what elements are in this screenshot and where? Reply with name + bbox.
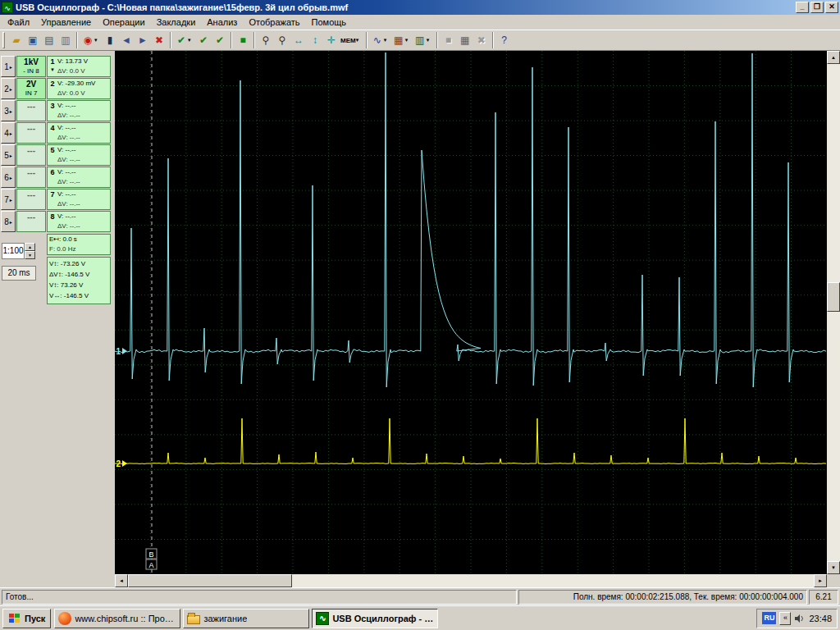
apply-button[interactable]: ✔▾ bbox=[174, 31, 195, 49]
horizontal-scroll-thumb[interactable] bbox=[128, 574, 292, 587]
channel-7-scale[interactable]: --- bbox=[16, 189, 46, 210]
ch1-marker-arrow-icon[interactable] bbox=[122, 348, 127, 354]
save-button[interactable]: ▣ bbox=[25, 31, 41, 49]
open-file-button[interactable]: ▰ bbox=[8, 31, 25, 49]
channel-8-scale[interactable]: --- bbox=[16, 211, 46, 232]
channel-3-button[interactable]: 3▸ bbox=[1, 100, 16, 121]
channel-6-measure-row: 6V: --.--ΔV: --.-- bbox=[47, 167, 111, 188]
dropdown-arrow-icon[interactable]: ▾ bbox=[405, 37, 412, 43]
channel-1-scale[interactable]: 1kV- IN 8 bbox=[16, 56, 46, 77]
toolbar-grip[interactable] bbox=[2, 32, 5, 48]
windows-logo-icon bbox=[8, 613, 21, 624]
scope-display[interactable]: 12BA bbox=[115, 51, 827, 574]
start-button[interactable]: Пуск bbox=[2, 609, 51, 628]
hscroll-spacer bbox=[0, 574, 115, 587]
grid-settings-button[interactable]: ▦ bbox=[457, 31, 473, 49]
scroll-up-icon[interactable]: ▲ bbox=[827, 51, 840, 64]
channel-5-scale[interactable]: --- bbox=[16, 144, 46, 166]
open-file-icon: ▰ bbox=[10, 34, 23, 46]
menu-item-4[interactable]: Анализ bbox=[201, 16, 243, 29]
close-button[interactable]: ✕ bbox=[825, 2, 838, 13]
menu-item-5[interactable]: Отображать bbox=[243, 16, 305, 29]
display-mode-button[interactable]: ■ bbox=[235, 31, 251, 49]
taskbar-task-0[interactable]: www.chipsoft.ru :: Прос... bbox=[54, 609, 180, 628]
channel-2-scale[interactable]: 2VIN 7 bbox=[16, 78, 46, 99]
scope-canvas[interactable]: 12BA bbox=[115, 51, 827, 574]
dropdown-arrow-icon[interactable]: ▾ bbox=[384, 37, 390, 43]
scroll-left-icon[interactable]: ◄ bbox=[115, 574, 128, 587]
ch2-marker-arrow-icon[interactable] bbox=[122, 460, 127, 467]
ch1-position-marker[interactable]: 1 bbox=[116, 347, 121, 356]
voltage-value: V: 13.73 V bbox=[57, 57, 108, 66]
title-bar[interactable]: USB Осциллограф - C:\Новая папка\зажиган… bbox=[0, 0, 840, 15]
delete-button[interactable]: ✖ bbox=[151, 31, 167, 49]
zoom-time-button[interactable]: ⚲ bbox=[258, 31, 274, 49]
dropdown-arrow-icon[interactable]: ▾ bbox=[94, 37, 101, 43]
channel-number: 7 bbox=[50, 189, 54, 199]
channel-button-number: 8 bbox=[4, 217, 9, 226]
ch2-position-marker[interactable]: 2 bbox=[116, 459, 121, 468]
report-view-button[interactable]: ▥▾ bbox=[413, 31, 434, 49]
dropdown-arrow-icon[interactable]: ▾ bbox=[356, 37, 363, 43]
pan-vertical-button[interactable]: ↕ bbox=[307, 31, 323, 49]
verify-button[interactable]: ✔ bbox=[195, 31, 212, 49]
fit-all-button[interactable]: ✛ bbox=[323, 31, 340, 49]
channel-number: 3 bbox=[50, 101, 54, 111]
toolbar: ▰▣▤▥◉▾▮◄►✖✔▾✔✔■⚲⚲↔↕✛MEM▾∿▾▦▾▥▾■▦✖? bbox=[0, 30, 840, 51]
close-file-icon: ✖ bbox=[475, 34, 488, 46]
sweep-rate[interactable]: 20 ms bbox=[2, 266, 36, 281]
spinner-up-icon[interactable]: ▲ bbox=[25, 243, 35, 251]
scope-icon bbox=[316, 612, 329, 625]
zoom-amplitude-icon: ⚲ bbox=[276, 34, 289, 46]
oscillogram-view-button[interactable]: ∿▾ bbox=[370, 31, 391, 49]
next-frame-button[interactable]: ► bbox=[135, 31, 151, 49]
vertical-scrollbar[interactable]: ▲ ▼ bbox=[827, 51, 840, 574]
record-button[interactable]: ◉▾ bbox=[80, 31, 102, 49]
task-label: www.chipsoft.ru :: Прос... bbox=[75, 614, 176, 623]
channel-4-button[interactable]: 4▸ bbox=[1, 122, 16, 144]
help-button[interactable]: ? bbox=[496, 31, 513, 49]
taskbar-task-2[interactable]: USB Осциллограф - C... bbox=[312, 609, 438, 628]
task-list: www.chipsoft.ru :: Прос...зажиганиеUSB О… bbox=[54, 609, 438, 628]
analysis-view-button[interactable]: ▦▾ bbox=[391, 31, 413, 49]
language-indicator[interactable]: RU bbox=[762, 612, 776, 624]
maximize-button[interactable]: ❐ bbox=[810, 2, 824, 13]
channel-6-button[interactable]: 6▸ bbox=[1, 167, 16, 188]
channel-4-scale[interactable]: --- bbox=[16, 122, 46, 144]
vertical-scroll-thumb[interactable] bbox=[827, 282, 840, 312]
channel-5-button[interactable]: 5▸ bbox=[1, 144, 16, 166]
stop-button[interactable]: ▮ bbox=[102, 31, 118, 49]
zoom-amplitude-button[interactable]: ⚲ bbox=[274, 31, 290, 49]
menu-item-3[interactable]: Закладки bbox=[151, 16, 202, 29]
channel-8-button[interactable]: 8▸ bbox=[1, 211, 16, 232]
dropdown-arrow-icon[interactable]: ▾ bbox=[188, 37, 194, 43]
print-button[interactable]: ▤ bbox=[41, 31, 57, 49]
minimize-button[interactable]: _ bbox=[796, 2, 809, 13]
menu-item-0[interactable]: Файл bbox=[2, 16, 35, 29]
dropdown-arrow-icon[interactable]: ▾ bbox=[427, 37, 433, 43]
mem-button[interactable]: MEM▾ bbox=[340, 31, 363, 49]
tray-collapse-button[interactable]: « bbox=[779, 612, 791, 625]
menu-item-1[interactable]: Управление bbox=[35, 16, 97, 29]
fit-button[interactable]: ✔ bbox=[212, 31, 228, 49]
prev-frame-button[interactable]: ◄ bbox=[118, 31, 135, 49]
scroll-right-icon[interactable]: ► bbox=[814, 574, 827, 587]
menu-item-6[interactable]: Помощь bbox=[306, 16, 353, 29]
menu-item-2[interactable]: Операции bbox=[97, 16, 150, 29]
horizontal-scrollbar[interactable]: ◄ ► bbox=[115, 574, 827, 587]
channel-6-scale[interactable]: --- bbox=[16, 167, 46, 188]
taskbar-task-1[interactable]: зажигание bbox=[183, 609, 309, 628]
pan-horizontal-button[interactable]: ↔ bbox=[290, 31, 307, 49]
channel-7-button[interactable]: 7▸ bbox=[1, 189, 16, 210]
system-tray: RU « 23:48 bbox=[756, 609, 838, 628]
export-button[interactable]: ▥ bbox=[57, 31, 74, 49]
scroll-down-icon[interactable]: ▼ bbox=[827, 561, 840, 574]
compression-value[interactable]: 1:100 bbox=[2, 243, 25, 259]
menu-bar: ФайлУправлениеОперацииЗакладкиАнализОтоб… bbox=[0, 15, 840, 30]
channel-2-button[interactable]: 2▸ bbox=[1, 78, 16, 99]
channel-1-button[interactable]: 1▸ bbox=[1, 56, 16, 77]
volume-icon[interactable] bbox=[794, 613, 806, 624]
channel-3-scale[interactable]: --- bbox=[16, 100, 46, 121]
spinner-down-icon[interactable]: ▼ bbox=[25, 251, 35, 259]
trigger-marker-icon: ▼ bbox=[50, 66, 55, 73]
